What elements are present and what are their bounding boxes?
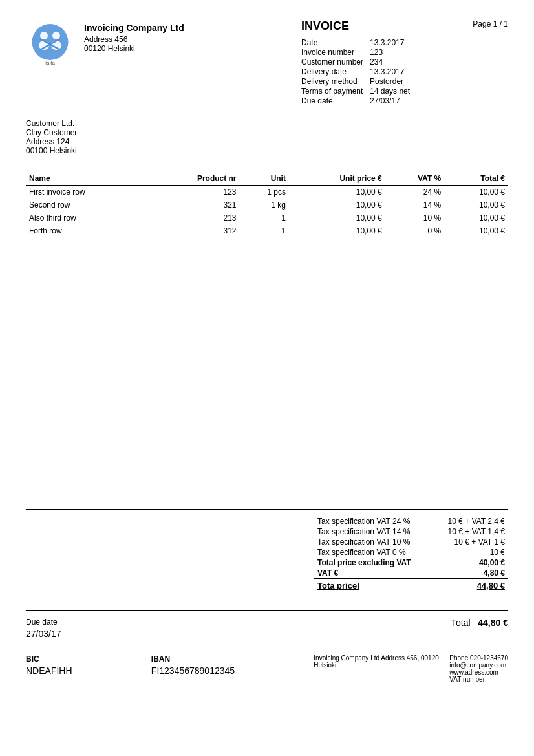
company-address2: 00120 Helsinki — [84, 44, 184, 53]
vat-value: 4,80 € — [433, 568, 508, 579]
company-info: Invoicing Company Ltd Address 456 00120 … — [84, 19, 184, 53]
tax-spec-14-value: 10 € + VAT 1,4 € — [433, 526, 508, 537]
row-total: 10,00 € — [444, 199, 508, 211]
svg-text:ialta: ialta — [45, 60, 55, 66]
footer-right: Invoicing Company Ltd Address 456, 00120… — [314, 654, 508, 683]
payment-due-date: 27/03/17 — [26, 629, 61, 639]
row-unit-price: 10,00 € — [289, 199, 385, 211]
row-vat: 10 % — [385, 211, 444, 224]
col-name: Name — [26, 172, 149, 186]
vat-row: VAT € 4,80 € — [314, 568, 508, 579]
due-date-value: 27/03/17 — [370, 96, 410, 106]
table-row: Forth row 312 1 10,00 € 0 % 10,00 € — [26, 224, 508, 237]
totals-area: Tax specification VAT 24 % 10 € + VAT 2,… — [26, 516, 508, 591]
delivery-date-value: 13.3.2017 — [370, 67, 410, 77]
footer-company-info: Invoicing Company Ltd Address 456, 00120… — [314, 654, 443, 683]
table-row: Also third row 213 1 10,00 € 10 % 10,00 … — [26, 211, 508, 224]
tax-spec-0-value: 10 € — [433, 547, 508, 557]
row-unit-price: 10,00 € — [289, 211, 385, 224]
meta-invoice-number: Invoice number 123 — [301, 48, 410, 58]
spacer — [26, 237, 508, 496]
footer-section: BIC NDEAFIHH IBAN FI123456789012345 Invo… — [26, 649, 508, 683]
payment-due-label: Due date — [26, 618, 61, 627]
totals-section: Tax specification VAT 24 % 10 € + VAT 2,… — [26, 509, 508, 591]
company-address1: Address 456 — [84, 35, 184, 44]
col-vat: VAT % — [385, 172, 444, 186]
svg-point-1 — [40, 32, 48, 39]
invoice-right: INVOICE Page 1 / 1 Date 13.3.2017 Invoic… — [301, 19, 508, 106]
row-vat: 14 % — [385, 199, 444, 211]
row-unit: 1 kg — [240, 199, 289, 211]
tax-spec-24-value: 10 € + VAT 2,4 € — [433, 516, 508, 526]
payment-due: Due date 27/03/17 — [26, 618, 61, 639]
customer-number-value: 234 — [370, 58, 410, 67]
footer-vat-number: VAT-number — [449, 676, 508, 683]
footer-contact: Phone 020-1234670 info@company.com www.a… — [449, 654, 508, 683]
row-name: First invoice row — [26, 186, 149, 199]
row-total: 10,00 € — [444, 224, 508, 237]
due-date-label: Due date — [301, 96, 370, 106]
row-product-nr: 321 — [149, 199, 240, 211]
bic-label: BIC — [26, 654, 72, 664]
row-product-nr: 123 — [149, 186, 240, 199]
customer-section: Customer Ltd. Clay Customer Address 124 … — [26, 119, 508, 155]
excl-vat-value: 40,00 € — [433, 557, 508, 568]
meta-date: Date 13.3.2017 — [301, 38, 410, 48]
delivery-date-label: Delivery date — [301, 67, 370, 77]
row-product-nr: 312 — [149, 224, 240, 237]
tax-spec-24-label: Tax specification VAT 24 % — [314, 516, 433, 526]
customer-number-label: Customer number — [301, 58, 370, 67]
row-name: Also third row — [26, 211, 149, 224]
customer-line3: Address 124 — [26, 137, 508, 146]
row-name: Second row — [26, 199, 149, 211]
footer-phone: Phone 020-1234670 — [449, 654, 508, 662]
bic-value: NDEAFIHH — [26, 665, 72, 676]
col-total: Total € — [444, 172, 508, 186]
header: ialta Invoicing Company Ltd Address 456 … — [26, 19, 508, 106]
iban-value: FI123456789012345 — [151, 665, 235, 676]
tax-spec-0-label: Tax specification VAT 0 % — [314, 547, 433, 557]
table-row: First invoice row 123 1 pcs 10,00 € 24 %… — [26, 186, 508, 199]
page-info: Page 1 / 1 — [473, 19, 508, 28]
tax-spec-14-label: Tax specification VAT 14 % — [314, 526, 433, 537]
tax-spec-14-row: Tax specification VAT 14 % 10 € + VAT 1,… — [314, 526, 508, 537]
grand-total-label: Tota pricel — [314, 579, 433, 592]
footer-website: www.adress.com — [449, 669, 508, 676]
row-unit: 1 pcs — [240, 186, 289, 199]
footer-email: info@company.com — [449, 662, 508, 669]
svg-point-2 — [52, 32, 60, 39]
tax-spec-24-row: Tax specification VAT 24 % 10 € + VAT 2,… — [314, 516, 508, 526]
company-logo: ialta — [26, 19, 74, 68]
invoice-number-value: 123 — [370, 48, 410, 58]
footer-iban: IBAN FI123456789012345 — [151, 654, 235, 676]
customer-line4: 00100 Helsinki — [26, 146, 508, 155]
invoice-title-row: INVOICE Page 1 / 1 — [301, 19, 508, 33]
date-value: 13.3.2017 — [370, 38, 410, 48]
payment-total-value: 44,80 € — [478, 618, 508, 628]
payment-total: Total 44,80 € — [451, 618, 508, 628]
grand-total-row: Tota pricel 44,80 € — [314, 579, 508, 592]
meta-terms: Terms of payment 14 days net — [301, 87, 410, 96]
row-vat: 0 % — [385, 224, 444, 237]
row-total: 10,00 € — [444, 186, 508, 199]
payment-total-label: Total — [451, 618, 471, 628]
row-vat: 24 % — [385, 186, 444, 199]
grand-total-value: 44,80 € — [433, 579, 508, 592]
row-unit-price: 10,00 € — [289, 186, 385, 199]
delivery-method-label: Delivery method — [301, 77, 370, 87]
svg-point-0 — [32, 24, 69, 60]
row-unit-price: 10,00 € — [289, 224, 385, 237]
row-unit: 1 — [240, 224, 289, 237]
payment-section: Due date 27/03/17 Total 44,80 € — [26, 610, 508, 639]
tax-spec-0-row: Tax specification VAT 0 % 10 € — [314, 547, 508, 557]
vat-label: VAT € — [314, 568, 433, 579]
tax-spec-10-label: Tax specification VAT 10 % — [314, 537, 433, 547]
table-row: Second row 321 1 kg 10,00 € 14 % 10,00 € — [26, 199, 508, 211]
header-divider — [26, 162, 508, 162]
items-table: Name Product nr Unit Unit price € VAT % … — [26, 172, 508, 237]
row-total: 10,00 € — [444, 211, 508, 224]
customer-line1: Customer Ltd. — [26, 119, 508, 128]
terms-value: 14 days net — [370, 87, 410, 96]
col-unit-price: Unit price € — [289, 172, 385, 186]
phone-value: 020-1234670 — [470, 654, 508, 662]
